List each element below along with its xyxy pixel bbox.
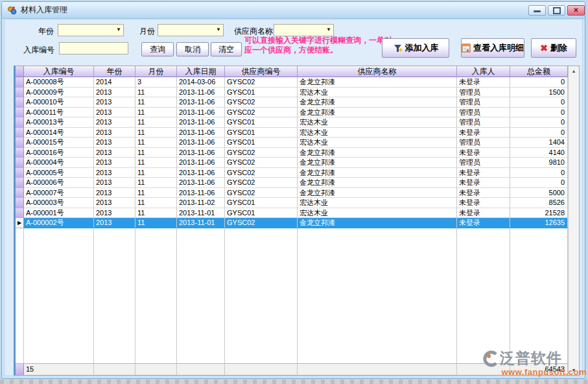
table-cell: 1404 — [510, 138, 568, 148]
table-cell: 4140 — [510, 148, 568, 158]
view-detail-button[interactable]: 查看入库明细 — [461, 38, 524, 58]
column-header[interactable]: 月份 — [135, 66, 177, 77]
column-header[interactable]: 供应商名称 — [298, 66, 457, 77]
scroll-down-icon[interactable]: ▼ — [572, 365, 576, 375]
table-cell: 2013-11-01 — [177, 218, 225, 228]
table-cell: 未登录 — [457, 168, 510, 178]
table-cell: 未登录 — [457, 208, 510, 219]
table-cell: A-000002号 — [24, 218, 94, 228]
maximize-button[interactable] — [548, 5, 565, 16]
row-selector-cell — [16, 168, 24, 178]
minimize-icon — [534, 10, 541, 12]
window-title: 材料入库管理 — [21, 5, 67, 16]
table-cell: 9810 — [510, 158, 568, 168]
month-label: 月份 — [139, 26, 155, 37]
column-header[interactable]: 年份 — [94, 66, 135, 77]
delete-button[interactable]: ✖ 删除 — [531, 38, 576, 58]
table-row[interactable]: A-000013号2013112013-11-06GYSC01宏达木业管理员0 — [16, 117, 568, 128]
close-button[interactable]: ✕ — [567, 5, 585, 16]
taskbar-sliver — [0, 379, 588, 384]
row-selector-cell — [16, 117, 24, 128]
table-cell: 未登录 — [457, 178, 510, 188]
month-select[interactable]: ▼ — [158, 24, 224, 36]
table-cell: 金龙立邦漆 — [298, 97, 457, 108]
filler-cell — [457, 228, 510, 364]
table-cell: GYSC02 — [225, 97, 298, 108]
table-cell: 金龙立邦漆 — [298, 168, 457, 178]
table-cell: 12635 — [510, 218, 568, 228]
table-row[interactable]: A-000010号2013112013-11-06GYSC02金龙立邦漆管理员0 — [16, 97, 568, 108]
minimize-button[interactable] — [528, 5, 546, 16]
vertical-scrollbar[interactable]: ▲ ▼ — [568, 66, 579, 375]
view-detail-label: 查看入库明细 — [473, 42, 524, 54]
selector-header-cell[interactable] — [16, 66, 24, 77]
table-cell: GYSC02 — [225, 218, 298, 228]
table-cell: 0 — [510, 178, 568, 188]
entry-no-input[interactable] — [59, 42, 128, 54]
table-row[interactable]: A-000004号2013112013-11-06GYSC02金龙立邦漆管理员9… — [16, 158, 568, 168]
supplier-select[interactable]: ▼ — [274, 24, 334, 36]
column-header[interactable]: 入库日期 — [177, 66, 225, 77]
entries-grid: 入库编号年份月份入库日期供应商编号供应商名称入库人总金额 A-000008号20… — [14, 66, 580, 376]
add-entry-button[interactable]: 添加入库 — [382, 38, 449, 58]
table-cell: A-000004号 — [24, 158, 94, 168]
table-cell: A-000015号 — [24, 138, 94, 148]
row-selector-cell — [16, 108, 24, 118]
hint-line2: 应一个供应商，方便结账。 — [244, 45, 392, 55]
titlebar[interactable]: 材料入库管理 ✕ — [2, 2, 585, 19]
table-cell: 2013-11-06 — [177, 178, 225, 188]
row-selector-cell — [16, 77, 24, 88]
column-header[interactable]: 入库编号 — [24, 66, 94, 77]
table-cell: 未登录 — [457, 188, 510, 198]
table-row[interactable]: A-000008号201432014-03-06GYSC02金龙立邦漆未登录0 — [16, 77, 568, 88]
delete-label: 删除 — [550, 42, 567, 54]
table-cell: 金龙立邦漆 — [298, 148, 457, 158]
table-cell: 未登录 — [457, 198, 510, 208]
summary-cell — [225, 364, 298, 375]
cancel-button[interactable]: 取消 — [176, 42, 209, 56]
table-row[interactable]: A-000001号2013112013-11-01GYSC01宏达木业未登录21… — [16, 208, 568, 219]
table-cell: 11 — [135, 208, 177, 219]
table-row[interactable]: ▶A-000002号2013112013-11-01GYSC02金龙立邦漆未登录… — [16, 218, 568, 228]
year-select[interactable]: ▼ — [58, 24, 124, 36]
column-header[interactable]: 总金额 — [510, 66, 568, 77]
table-row[interactable]: A-000005号2013112013-11-06GYSC02金龙立邦漆未登录0 — [16, 168, 568, 178]
table-row[interactable]: A-000006号2013112013-11-06GYSC02金龙立邦漆未登录0 — [16, 178, 568, 188]
table-cell: 11 — [135, 178, 177, 188]
query-button[interactable]: 查询 — [141, 42, 174, 56]
table-row[interactable]: A-000016号2013112013-11-06GYSC02金龙立邦漆未登录4… — [16, 148, 568, 158]
table-cell: 1500 — [510, 88, 568, 98]
table-cell: 2013-11-06 — [177, 97, 225, 108]
filler-cell — [135, 228, 177, 364]
table-cell: GYSC02 — [225, 188, 298, 198]
table-cell: A-000013号 — [24, 117, 94, 128]
table-cell: A-000008号 — [24, 77, 94, 88]
table-cell: 金龙立邦漆 — [298, 178, 457, 188]
table-cell: 未登录 — [457, 77, 510, 88]
grid-header: 入库编号年份月份入库日期供应商编号供应商名称入库人总金额 — [16, 66, 568, 77]
table-row[interactable]: A-000011号2013112013-11-06GYSC02金龙立邦漆管理员0 — [16, 108, 568, 118]
table-row[interactable]: A-000014号2013112013-11-06GYSC01宏达木业未登录0 — [16, 128, 568, 138]
table-cell: 管理员 — [457, 138, 510, 148]
table-row[interactable]: A-000007号2013112013-11-06GYSC02金龙立邦漆未登录5… — [16, 188, 568, 198]
filler-cell — [298, 228, 457, 364]
scroll-up-icon[interactable]: ▲ — [572, 66, 576, 76]
column-header[interactable]: 供应商编号 — [225, 66, 298, 77]
table-cell: 11 — [135, 97, 177, 108]
table-row[interactable]: A-000003号2013112013-11-02GYSC01宏达木业未登录85… — [16, 198, 568, 208]
table-cell: 2013-11-06 — [177, 138, 225, 148]
table-cell: 宏达木业 — [298, 138, 457, 148]
table-cell: 2013 — [94, 188, 135, 198]
table-cell: 11 — [135, 128, 177, 138]
table-cell: A-000006号 — [24, 178, 94, 188]
table-row[interactable]: A-000009号2013112013-11-06GYSC01宏达木业管理员15… — [16, 88, 568, 98]
summary-count: 15 — [24, 364, 94, 375]
table-cell: 8526 — [510, 198, 568, 208]
summary-cell — [135, 364, 177, 375]
table-cell: GYSC01 — [225, 138, 298, 148]
table-row[interactable]: A-000015号2013112013-11-06GYSC01宏达木业管理员14… — [16, 138, 568, 148]
column-header[interactable]: 入库人 — [457, 66, 510, 77]
clear-button[interactable]: 清空 — [211, 42, 242, 56]
table-cell: A-000011号 — [24, 108, 94, 118]
table-cell: 金龙立邦漆 — [298, 188, 457, 198]
